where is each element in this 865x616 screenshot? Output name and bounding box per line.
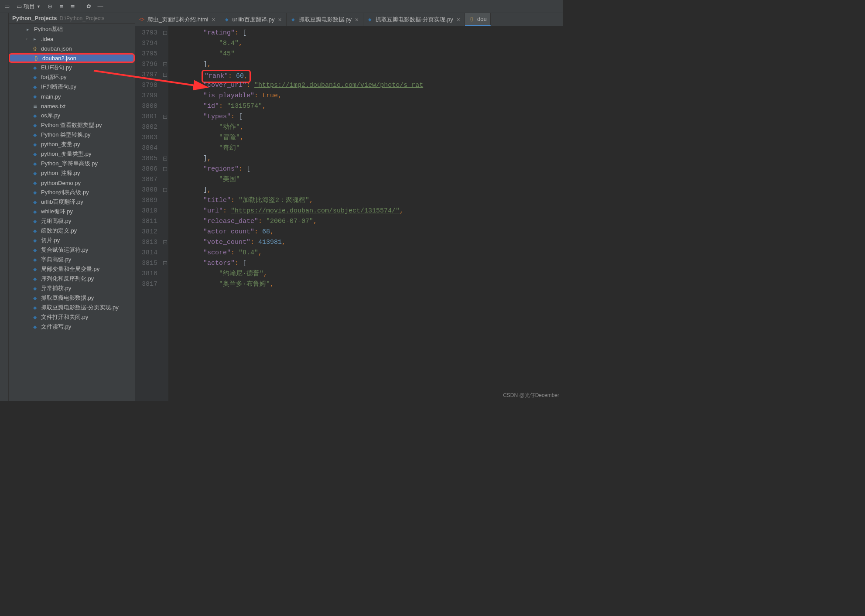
tree-item[interactable]: ◆局部变量和全局变量.py: [9, 264, 135, 274]
tree-item[interactable]: ◆ELIF语句.py: [9, 63, 135, 72]
close-icon[interactable]: ×: [277, 16, 282, 23]
tree-item[interactable]: ◆urllib百度翻译.py: [9, 197, 135, 207]
code-line[interactable]: "regions": [: [172, 164, 563, 175]
tree-item[interactable]: ◆抓取豆瓣电影数据.py: [9, 293, 135, 303]
tree-item[interactable]: ◆异常捕获.py: [9, 284, 135, 293]
code-line[interactable]: "is_playable": true,: [172, 91, 563, 101]
fold-marker[interactable]: −: [163, 188, 167, 192]
code-line[interactable]: "约翰尼·德普",: [172, 269, 563, 279]
tree-item[interactable]: ◆main.py: [9, 92, 135, 101]
code-line[interactable]: "types": [: [172, 112, 563, 122]
fold-marker[interactable]: −: [163, 73, 167, 77]
tree-item[interactable]: {}douban.json: [9, 44, 135, 53]
tree-item[interactable]: ◆Python_字符串高级.py: [9, 159, 135, 168]
code-line[interactable]: "cover_url": "https://img2.doubanio.com/…: [172, 80, 563, 91]
tree-item[interactable]: ≣names.txt: [9, 101, 135, 111]
py-icon: ◆: [224, 17, 230, 23]
file-tree[interactable]: ▸Python基础›▸.idea{}douban.json{}douban2.j…: [9, 24, 135, 400]
tree-item[interactable]: ◆python_变量类型.py: [9, 149, 135, 159]
code-line[interactable]: "release_date": "2006-07-07",: [172, 216, 563, 227]
code-line[interactable]: ],: [172, 185, 563, 195]
code-line[interactable]: "冒险",: [172, 133, 563, 143]
line-number: 3798: [139, 80, 157, 91]
line-number: 3795: [139, 49, 157, 59]
line-number: 3817: [139, 279, 157, 290]
tree-item[interactable]: ◆while循环.py: [9, 207, 135, 216]
fold-marker[interactable]: −: [163, 157, 167, 161]
code-line[interactable]: "动作",: [172, 122, 563, 133]
close-icon[interactable]: ×: [211, 16, 216, 23]
tree-item[interactable]: ›▸.idea: [9, 34, 135, 44]
tree-item[interactable]: ◆for循环.py: [9, 72, 135, 82]
code-line[interactable]: "id": "1315574",: [172, 101, 563, 112]
code-line[interactable]: "rank": 60,: [172, 70, 563, 80]
tree-item[interactable]: ◆python_变量.py: [9, 140, 135, 149]
close-icon[interactable]: ×: [354, 16, 359, 23]
tree-item[interactable]: ◆序列化和反序列化.py: [9, 274, 135, 284]
code-line[interactable]: "奥兰多·布鲁姆",: [172, 279, 563, 290]
code-line[interactable]: "8.4",: [172, 38, 563, 49]
settings-icon[interactable]: ✿: [84, 1, 94, 12]
fold-marker[interactable]: −: [163, 115, 167, 119]
tree-item[interactable]: ◆元组高级.py: [9, 216, 135, 226]
tree-item[interactable]: ◆字典高级.py: [9, 255, 135, 264]
fold-column[interactable]: −−−−−−−−−: [162, 26, 168, 401]
code-line[interactable]: "url": "https://movie.douban.com/subject…: [172, 206, 563, 216]
code-line[interactable]: "奇幻": [172, 143, 563, 154]
tree-item[interactable]: ◆Python列表高级.py: [9, 188, 135, 197]
tree-item[interactable]: ◆python_注释.py: [9, 168, 135, 178]
code-line[interactable]: "title": "加勒比海盗2：聚魂棺",: [172, 195, 563, 206]
folder-icon[interactable]: ▭: [2, 1, 12, 12]
tree-item[interactable]: {}douban2.json: [9, 53, 135, 63]
code-line[interactable]: "actors": [: [172, 258, 563, 269]
tree-item[interactable]: ◆文件读写.py: [9, 322, 135, 332]
tree-item[interactable]: ◆函数的定义.py: [9, 226, 135, 236]
json-icon: {}: [31, 45, 38, 52]
project-dropdown[interactable]: ▭ 项目 ▼: [13, 3, 44, 10]
tree-item[interactable]: ◆切片.py: [9, 236, 135, 245]
code-line[interactable]: ],: [172, 59, 563, 70]
code-line[interactable]: "45": [172, 49, 563, 59]
tree-item[interactable]: ◆文件打开和关闭.py: [9, 312, 135, 322]
tree-item[interactable]: ◆IF判断语句.py: [9, 82, 135, 92]
tree-item[interactable]: ◆复合赋值运算符.py: [9, 245, 135, 255]
tree-item[interactable]: ◆抓取豆瓣电影数据-分页实现.py: [9, 303, 135, 312]
fold-marker[interactable]: −: [163, 261, 167, 265]
collapse-icon[interactable]: ≣: [68, 1, 78, 12]
tree-item[interactable]: ◆Python 类型转换.py: [9, 130, 135, 140]
close-icon[interactable]: ×: [456, 16, 461, 23]
py-icon: ◆: [290, 17, 296, 23]
expand-icon[interactable]: ≡: [56, 1, 67, 12]
code-line[interactable]: "score": "8.4",: [172, 248, 563, 258]
line-number: 3793: [139, 28, 157, 38]
target-icon[interactable]: ⊕: [45, 1, 55, 12]
fold-marker[interactable]: −: [163, 62, 167, 66]
txt-icon: ≣: [31, 103, 38, 110]
tree-item-label: 函数的定义.py: [41, 227, 77, 235]
editor-tab[interactable]: ◆抓取豆瓣电影数据-分页实现.py×: [363, 13, 465, 26]
editor-tab[interactable]: {}dou: [465, 13, 491, 26]
tree-item[interactable]: ▸Python基础: [9, 24, 135, 34]
side-tab-bar[interactable]: [0, 13, 9, 401]
code-line[interactable]: ],: [172, 154, 563, 164]
fold-marker[interactable]: −: [163, 31, 167, 35]
code-line[interactable]: "美国": [172, 175, 563, 185]
code-editor[interactable]: "rating": [ "8.4", "45" ], "rank": 60, "…: [168, 26, 563, 401]
fold-marker[interactable]: −: [163, 167, 167, 171]
tree-item[interactable]: ◆os库.py: [9, 111, 135, 120]
code-line[interactable]: "vote_count": 413981,: [172, 237, 563, 248]
tree-item[interactable]: ◆pythonDemo.py: [9, 178, 135, 188]
editor-tab[interactable]: ◆urllib百度翻译.py×: [220, 13, 287, 26]
line-number: 3806: [139, 164, 157, 175]
line-gutter[interactable]: 3793379437953796379737983799380038013802…: [135, 26, 162, 401]
hide-icon[interactable]: —: [95, 1, 106, 12]
py-icon: ◆: [31, 294, 38, 301]
project-header[interactable]: Python_Projects D:\Python_Projects: [9, 13, 135, 24]
tree-item[interactable]: ◆Python 查看数据类型.py: [9, 120, 135, 130]
editor-tab[interactable]: ◆抓取豆瓣电影数据.py×: [287, 13, 364, 26]
code-line[interactable]: "rating": [: [172, 28, 563, 38]
py-icon: ◆: [31, 151, 38, 157]
code-line[interactable]: "actor_count": 68,: [172, 227, 563, 237]
editor-tab[interactable]: <>爬虫_页面结构介绍.html×: [135, 13, 220, 26]
fold-marker[interactable]: −: [163, 240, 167, 244]
